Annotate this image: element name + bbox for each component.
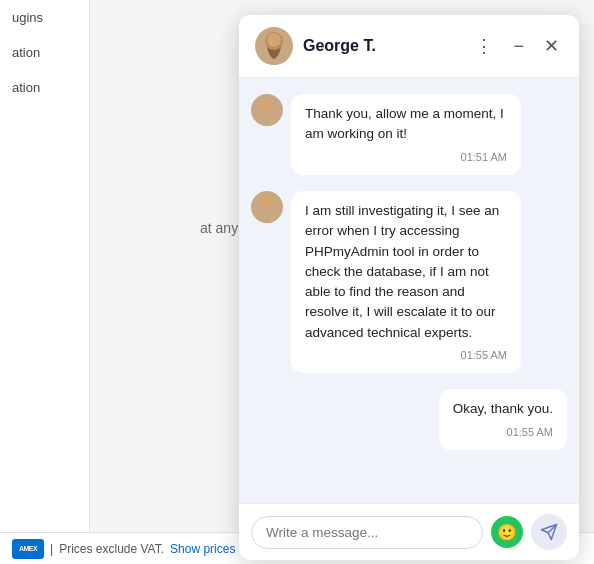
- svg-point-8: [262, 196, 273, 207]
- amex-badge: AMEX: [12, 539, 44, 559]
- message-bubble: Thank you, allow me a moment, I am worki…: [291, 94, 521, 175]
- send-icon: [540, 523, 558, 541]
- message-text: Thank you, allow me a moment, I am worki…: [305, 106, 504, 141]
- message-bubble-3: Okay, thank you. 01:55 AM: [439, 389, 567, 450]
- message-input[interactable]: [251, 516, 483, 549]
- svg-point-2: [267, 33, 281, 47]
- sidebar-item-plugins[interactable]: ugins: [0, 0, 89, 35]
- header-actions: ⋮ − ✕: [471, 33, 563, 59]
- sidebar-item-ation2[interactable]: ation: [0, 70, 89, 105]
- emoji-button[interactable]: 🙂: [491, 516, 523, 548]
- message-content: Thank you, allow me a moment, I am worki…: [291, 94, 521, 175]
- vat-text: Prices exclude VAT.: [59, 542, 164, 556]
- divider: |: [50, 542, 53, 556]
- minimize-button[interactable]: −: [509, 34, 528, 59]
- message-content-3: Okay, thank you. 01:55 AM: [439, 389, 567, 450]
- message-bubble-2: I am still investigating it, I see an er…: [291, 191, 521, 373]
- chat-widget: George T. ⋮ − ✕ Thank you, allow me a mo…: [239, 15, 579, 560]
- message-time-3: 01:55 AM: [453, 424, 553, 441]
- message-text-2: I am still investigating it, I see an er…: [305, 203, 499, 340]
- agent-avatar: [255, 27, 293, 65]
- chat-header: George T. ⋮ − ✕: [239, 15, 579, 78]
- message-row: I am still investigating it, I see an er…: [251, 191, 567, 373]
- svg-point-7: [256, 211, 278, 223]
- message-text-3: Okay, thank you.: [453, 401, 553, 416]
- chat-input-area: 🙂: [239, 503, 579, 560]
- sidebar: ugins ation ation: [0, 0, 90, 564]
- message-time-2: 01:55 AM: [305, 347, 507, 364]
- svg-point-4: [256, 114, 278, 126]
- message-row-outgoing: Okay, thank you. 01:55 AM: [251, 389, 567, 450]
- agent-msg-avatar: [251, 94, 283, 126]
- svg-point-5: [262, 99, 273, 110]
- close-button[interactable]: ✕: [540, 33, 563, 59]
- message-time: 01:51 AM: [305, 149, 507, 166]
- sidebar-item-ation1[interactable]: ation: [0, 35, 89, 70]
- agent-name: George T.: [303, 37, 461, 55]
- emoji-icon: 🙂: [497, 523, 517, 542]
- send-button[interactable]: [531, 514, 567, 550]
- more-options-button[interactable]: ⋮: [471, 33, 497, 59]
- message-content-2: I am still investigating it, I see an er…: [291, 191, 521, 373]
- message-row: Thank you, allow me a moment, I am worki…: [251, 94, 567, 175]
- agent-msg-avatar-2: [251, 191, 283, 223]
- chat-messages: Thank you, allow me a moment, I am worki…: [239, 78, 579, 503]
